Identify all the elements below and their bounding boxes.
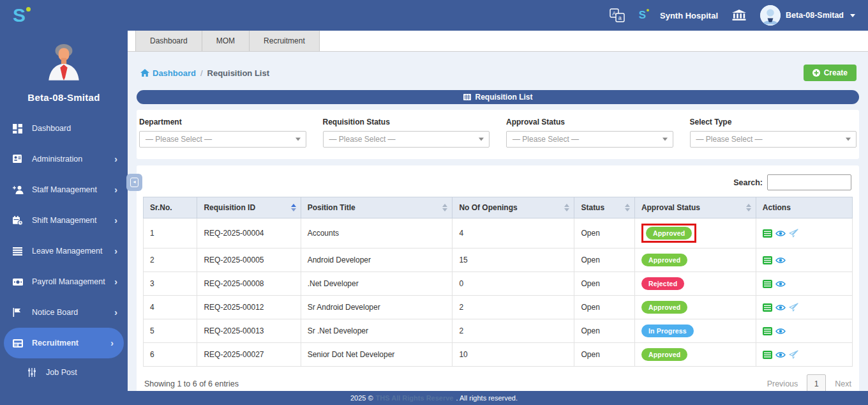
cell-position-title: Sr Android Developer bbox=[301, 296, 453, 319]
status-badge: In Progress bbox=[641, 325, 694, 337]
filter-label: Department bbox=[139, 118, 306, 126]
sidebar-item-administration[interactable]: Administration › bbox=[0, 144, 128, 174]
filter-label: Select Type bbox=[690, 118, 857, 126]
view-eye-icon[interactable] bbox=[775, 257, 786, 264]
sidebar-item-leave-management[interactable]: Leave Management › bbox=[0, 236, 128, 266]
hospital-name: Synth Hospital bbox=[660, 11, 718, 20]
sidebar-collapse-toggle[interactable]: ◂ bbox=[126, 174, 142, 191]
details-table-icon[interactable] bbox=[763, 327, 772, 335]
previous-button[interactable]: Previous bbox=[767, 379, 798, 388]
approval-status-select[interactable]: — Please Select — bbox=[506, 131, 673, 148]
cell-srno: 1 bbox=[144, 218, 197, 248]
hospital-logo: S bbox=[639, 9, 646, 22]
dashboard-icon bbox=[13, 124, 24, 134]
department-select[interactable]: — Please Select — bbox=[139, 131, 306, 148]
cell-approval: Approved bbox=[634, 248, 756, 272]
search-input[interactable] bbox=[767, 174, 851, 190]
filter-select-type: Select Type — Please Select — bbox=[690, 118, 857, 148]
requisition-status-select[interactable]: — Please Select — bbox=[323, 131, 490, 148]
cell-approval: Rejected bbox=[634, 272, 756, 296]
sidebar-item-staff-management[interactable]: Staff Management › bbox=[0, 174, 128, 205]
sidebar-menu: Dashboard Administration › bbox=[0, 113, 128, 391]
footer-rest: . All rights reserved. bbox=[456, 394, 518, 402]
sidebar-item-payroll-management[interactable]: Payroll Management › bbox=[0, 266, 128, 297]
select-value: — Please Select — bbox=[146, 135, 212, 144]
sidebar-profile: Beta-08-Smitad bbox=[0, 31, 128, 103]
col-actions[interactable]: Actions bbox=[756, 197, 852, 218]
cell-approval: In Progress bbox=[634, 319, 756, 343]
cell-position-title: Sr .Net Developer bbox=[301, 319, 453, 343]
create-button[interactable]: Create bbox=[804, 65, 857, 81]
chevron-down-icon bbox=[479, 138, 484, 141]
cell-srno: 4 bbox=[144, 296, 197, 319]
sidebar-item-recruitment[interactable]: Recruitment › bbox=[4, 328, 124, 358]
bank-icon[interactable] bbox=[732, 10, 746, 21]
sidebar-item-job-application[interactable]: Job Application bbox=[0, 386, 128, 391]
view-eye-icon[interactable] bbox=[775, 304, 786, 311]
sort-icon bbox=[746, 204, 751, 211]
sidebar-item-notice-board[interactable]: Notice Board › bbox=[0, 297, 128, 328]
svg-text:a: a bbox=[618, 15, 621, 21]
view-eye-icon[interactable] bbox=[775, 351, 786, 358]
panel-title: Requisition List bbox=[475, 93, 533, 102]
table-row: 2 REQ-2025-00005 Android Developer 15 Op… bbox=[144, 248, 853, 272]
details-table-icon[interactable] bbox=[763, 229, 772, 238]
breadcrumb-current: Requisition List bbox=[207, 68, 270, 78]
cell-status: Open bbox=[574, 248, 634, 272]
cell-actions bbox=[756, 296, 852, 319]
sort-icon bbox=[625, 204, 630, 211]
profile-avatar bbox=[43, 42, 85, 84]
sidebar-item-job-post[interactable]: Job Post bbox=[0, 358, 128, 386]
details-table-icon[interactable] bbox=[763, 303, 772, 312]
cell-requisition-id: REQ-2025-00013 bbox=[197, 319, 301, 343]
sidebar-item-dashboard[interactable]: Dashboard bbox=[0, 113, 128, 144]
col-position-title[interactable]: Position Title bbox=[301, 197, 453, 218]
cell-actions bbox=[756, 319, 852, 343]
col-srno[interactable]: Sr.No. bbox=[144, 197, 197, 218]
breadcrumb-row: Dashboard / Requisition List Create bbox=[137, 59, 859, 90]
next-button[interactable]: Next bbox=[835, 379, 851, 388]
cell-openings: 2 bbox=[453, 296, 574, 319]
cell-requisition-id: REQ-2025-00027 bbox=[197, 343, 301, 367]
send-icon[interactable] bbox=[789, 303, 798, 312]
tab-dashboard[interactable]: Dashboard bbox=[135, 31, 202, 51]
chevron-right-icon: › bbox=[114, 215, 117, 225]
tab-recruitment[interactable]: Recruitment bbox=[250, 31, 320, 51]
col-no-of-openings[interactable]: No Of Openings bbox=[453, 197, 574, 218]
details-table-icon[interactable] bbox=[763, 280, 772, 288]
translate-icon[interactable]: A a bbox=[610, 8, 625, 22]
send-icon[interactable] bbox=[789, 229, 798, 238]
sidebar-item-label: Staff Management bbox=[32, 185, 97, 194]
sort-icon bbox=[291, 204, 296, 211]
sidebar-item-shift-management[interactable]: Shift Management › bbox=[0, 205, 128, 236]
pagination: Showing 1 to 6 of 6 entries Previous 1 N… bbox=[143, 367, 853, 391]
table-card: Search: Sr.No. Requisition ID Position bbox=[137, 165, 859, 391]
breadcrumb-home-link[interactable]: Dashboard bbox=[140, 68, 196, 78]
view-eye-icon[interactable] bbox=[775, 230, 786, 237]
chevron-right-icon: › bbox=[110, 338, 114, 348]
col-status[interactable]: Status bbox=[574, 197, 634, 218]
annotation-highlight: Approved bbox=[641, 224, 697, 243]
chevron-right-icon: › bbox=[114, 154, 117, 164]
user-menu[interactable]: Beta-08-Smitad bbox=[760, 5, 855, 26]
cell-position-title: Accounts bbox=[301, 218, 453, 248]
page-footer: 2025 © THS All Rights Reserve . All righ… bbox=[0, 391, 868, 405]
status-badge: Rejected bbox=[641, 277, 684, 290]
home-icon bbox=[140, 69, 149, 77]
footer-link[interactable]: THS All Rights Reserve bbox=[376, 394, 454, 402]
user-plus-icon bbox=[13, 185, 24, 194]
details-table-icon[interactable] bbox=[763, 351, 772, 359]
page-number-button[interactable]: 1 bbox=[807, 374, 826, 391]
col-approval-status[interactable]: Approval Status bbox=[634, 197, 756, 218]
chevron-down-icon bbox=[662, 138, 668, 141]
select-type-select[interactable]: — Please Select — bbox=[690, 131, 857, 148]
send-icon[interactable] bbox=[789, 350, 798, 359]
col-requisition-id[interactable]: Requisition ID bbox=[197, 197, 301, 218]
chevron-right-icon: › bbox=[114, 246, 117, 256]
view-eye-icon[interactable] bbox=[775, 280, 786, 287]
tab-mom[interactable]: MOM bbox=[202, 31, 250, 51]
search-label: Search: bbox=[733, 178, 763, 187]
details-table-icon[interactable] bbox=[763, 256, 772, 264]
view-eye-icon[interactable] bbox=[775, 328, 786, 335]
app-logo[interactable]: S bbox=[13, 6, 26, 25]
